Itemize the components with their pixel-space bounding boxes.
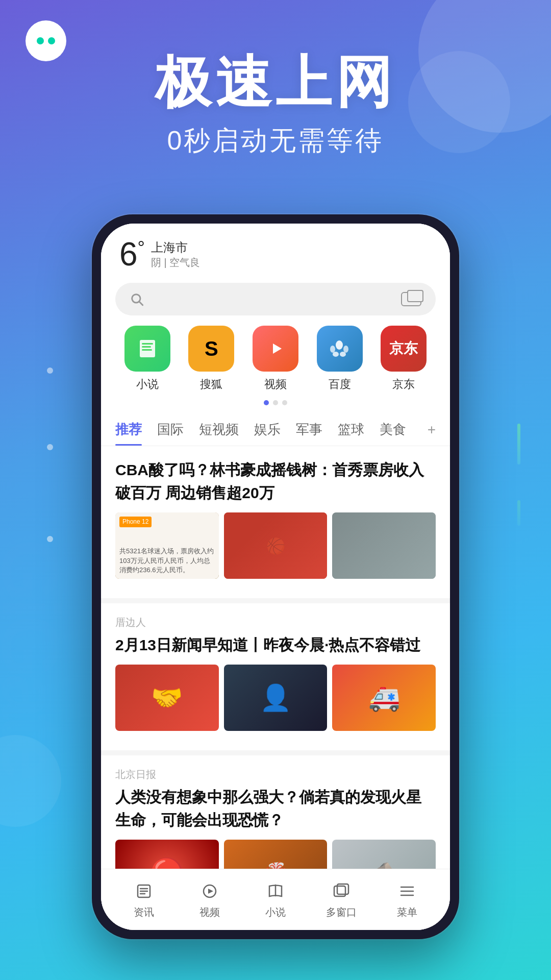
news-images-morning: 🤝 👤 🚑 [115,665,436,731]
app-icon-video [253,326,298,372]
app-icon-novel [124,326,170,372]
svg-point-7 [336,340,343,350]
app-label-video: 视频 [264,377,287,392]
bottom-nav: 资讯 视频 [101,869,450,930]
news-images-cba: Phone 12 共5321名球迷入场，票房收入约103万元人民币人民币，人均总… [115,512,436,579]
news-img-mars-1: 🔴 [115,840,219,869]
news-source-morning: 厝边人 [115,616,436,629]
nav-book[interactable]: 小说 [243,880,309,919]
news-tabs: 推荐 国际 短视频 娱乐 军事 篮球 美食 + [101,413,450,446]
weather-temperature: 6° [119,238,145,271]
hero-title: 极速上网 [0,51,551,113]
tab-entertainment[interactable]: 娱乐 [254,413,281,446]
weather-info: 上海市 阴 | 空气良 [151,239,200,270]
nav-menu-icon [396,880,418,902]
nav-menu[interactable]: 菜单 [374,880,440,919]
nav-menu-label: 菜单 [397,905,417,919]
app-item-video[interactable]: 视频 [253,326,298,392]
tab-international[interactable]: 国际 [157,413,184,446]
hero-subtitle: 0秒启动无需等待 [0,123,551,159]
news-title-mars: 人类没有想象中那么强大？倘若真的发现火星生命，可能会出现恐慌？ [115,786,436,831]
news-source-mars: 北京日报 [115,768,436,781]
nav-multiwindow-label: 多窗口 [326,905,357,919]
svg-point-10 [333,352,339,357]
tab-food[interactable]: 美食 [380,413,406,446]
app-label-jd: 京东 [392,377,415,392]
app-icon-sohu: S [188,326,234,372]
robot-eye-left [37,37,44,44]
nav-multiwindow-icon [330,880,353,902]
watermark-text: GiGate [0,539,71,776]
robot-face [37,37,55,44]
nav-video[interactable]: 视频 [177,880,243,919]
deco-line-2 [517,500,520,526]
app-icon-jd: 京东 [381,326,427,372]
phone-screen: 6° 上海市 阴 | 空气良 [101,224,450,930]
search-bar[interactable] [115,283,436,315]
tab-recommended[interactable]: 推荐 [115,413,142,446]
weather-bar: 6° 上海市 阴 | 空气良 [101,224,450,279]
phone-outer-frame: 6° 上海市 阴 | 空气良 [92,214,459,939]
hero-section: 极速上网 0秒启动无需等待 [0,51,551,159]
phone-mockup: 6° 上海市 阴 | 空气良 [92,214,459,939]
dot-1 [264,400,269,405]
nav-video-label: 视频 [199,905,220,919]
news-img-morning-2: 👤 [224,665,328,731]
app-label-baidu: 百度 [329,377,351,392]
svg-marker-6 [273,344,282,354]
news-img-cba-1: Phone 12 共5321名球迷入场，票房收入约103万元人民币人民币，人均总… [115,512,219,579]
deco-line-1 [517,424,520,464]
deco-dot-3 [47,536,53,542]
nav-book-icon [264,880,287,902]
page-dots [101,400,450,413]
tab-add-button[interactable]: + [428,422,436,438]
news-title-morning: 2月13日新闻早知道丨昨夜今晨·热点不容错过 [115,633,436,656]
news-img-cba-3: 🎭 [332,512,436,579]
search-icon [130,292,144,306]
svg-rect-5 [142,349,152,351]
tab-switcher-icon[interactable] [401,292,421,306]
svg-point-8 [330,346,335,353]
nav-book-label: 小说 [265,905,286,919]
robot-eye-right [48,37,55,44]
weather-city: 上海市 [151,239,200,256]
app-label-novel: 小说 [136,377,159,392]
news-title-cba: CBA酸了吗？林书豪成摇钱树：首秀票房收入破百万 周边销售超20万 [115,458,436,504]
dot-3 [282,400,287,405]
news-images-mars: 🔴 🌋 🪨 [115,840,436,869]
phone-content: 6° 上海市 阴 | 空气良 [101,224,450,930]
svg-point-9 [343,346,348,353]
nav-news[interactable]: 资讯 [111,880,177,919]
news-img-morning-1: 🤝 [115,665,219,731]
svg-point-11 [340,352,346,357]
news-img-mars-3: 🪨 [332,840,436,869]
tab-basketball[interactable]: 篮球 [338,413,364,446]
svg-rect-2 [140,340,155,357]
svg-rect-4 [142,346,151,348]
news-card-morning[interactable]: 厝边人 2月13日新闻早知道丨昨夜今晨·热点不容错过 🤝 👤 🚑 [101,603,450,750]
news-card-cba[interactable]: CBA酸了吗？林书豪成摇钱树：首秀票房收入破百万 周边销售超20万 Phone … [101,446,450,598]
dot-2 [273,400,278,405]
nav-video-icon [198,880,221,902]
svg-marker-17 [208,889,213,894]
weather-description: 阴 | 空气良 [151,256,200,270]
tab-military[interactable]: 军事 [296,413,322,446]
app-label-sohu: 搜狐 [200,377,222,392]
app-item-novel[interactable]: 小说 [124,326,170,392]
nav-multiwindow[interactable]: 多窗口 [308,880,374,919]
app-item-sohu[interactable]: S 搜狐 [188,326,234,392]
tab-short-video[interactable]: 短视频 [199,413,239,446]
nav-news-icon [133,880,155,902]
news-card-mars[interactable]: 北京日报 人类没有想象中那么强大？倘若真的发现火星生命，可能会出现恐慌？ 🔴 🌋… [101,755,450,869]
svg-rect-3 [142,343,153,345]
news-feed: CBA酸了吗？林书豪成摇钱树：首秀票房收入破百万 周边销售超20万 Phone … [101,446,450,869]
svg-line-1 [139,302,142,305]
news-img-mars-2: 🌋 [224,840,328,869]
app-item-baidu[interactable]: 百度 [317,326,363,392]
search-icon-wrap [130,292,144,306]
news-img-morning-3: 🚑 [332,665,436,731]
nav-news-label: 资讯 [134,905,154,919]
app-grid: 小说 S 搜狐 视频 [101,326,450,400]
deco-dot-2 [47,444,53,450]
app-item-jd[interactable]: 京东 京东 [381,326,427,392]
